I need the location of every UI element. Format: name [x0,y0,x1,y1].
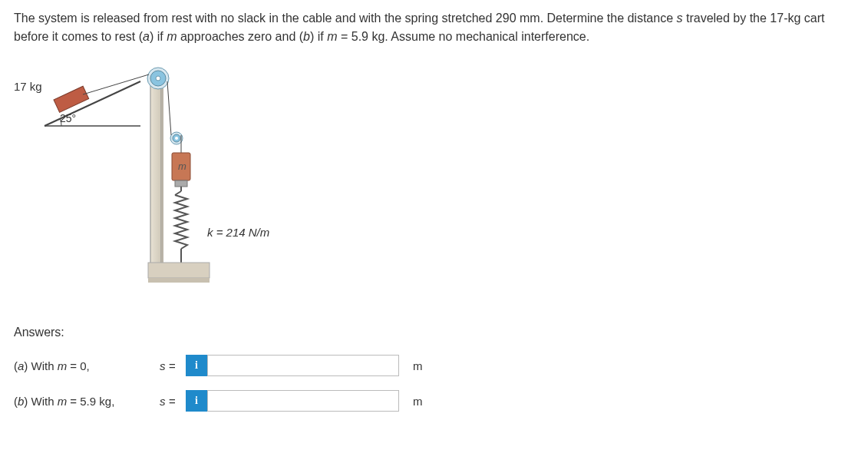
text-part-0: The system is released from rest with no… [14,12,677,25]
label-suffix: = 0, [67,359,90,372]
answer-b-unit: m [413,395,423,408]
answer-a-variable: s = [160,359,183,372]
var-s: s [160,359,166,372]
answer-a-label: (a) With m = 0, [14,359,160,372]
svg-rect-4 [161,83,163,278]
text-part-8: ) if [310,30,327,43]
text-part-4: ) if [150,30,167,43]
spring-constant-label: k = 214 N/m [207,226,269,239]
incline-angle-label: 25° [60,112,76,124]
answer-row-b: (b) With m = 5.9 kg, s = i m [14,390,854,412]
svg-point-7 [156,76,160,81]
answer-row-a: (a) With m = 0, s = i m [14,355,854,376]
svg-rect-16 [148,263,210,278]
text-part-9: m [327,30,337,43]
answer-a-unit: m [413,359,423,372]
svg-line-12 [167,81,171,135]
info-icon[interactable]: i [186,390,207,412]
answer-b-input[interactable] [207,390,399,412]
problem-statement: The system is released from rest with no… [14,9,854,46]
text-part-10: = 5.9 kg. Assume no mechanical interfere… [338,30,590,43]
label-mid: ) With [24,395,57,408]
label-var: m [58,395,68,408]
svg-rect-17 [148,278,210,283]
hanging-mass-label: m [178,160,186,172]
cart-mass-label: 17 kg [14,80,42,93]
info-icon[interactable]: i [186,355,207,376]
text-part-3: a [143,30,150,43]
answer-b-variable: s = [160,395,183,408]
text-part-6: approaches zero and ( [177,30,304,43]
answer-b-label: (b) With m = 5.9 kg, [14,395,160,408]
answer-a-input[interactable] [207,355,399,376]
answers-heading: Answers: [14,326,854,339]
text-part-5: m [167,30,177,43]
svg-line-8 [83,74,149,94]
label-var: m [58,359,68,372]
text-part-1: s [677,12,683,25]
var-s: s [160,395,166,408]
svg-rect-15 [175,180,187,187]
svg-rect-3 [150,83,161,278]
label-suffix: = 5.9 kg, [67,395,114,408]
equals: = [166,359,176,372]
svg-point-11 [175,137,178,140]
mechanics-diagram-svg [14,64,321,303]
figure-diagram: 17 kg 25° m k = 214 N/m [14,64,321,303]
label-mid: ) With [24,359,57,372]
equals: = [166,395,176,408]
text-part-7: b [303,30,310,43]
